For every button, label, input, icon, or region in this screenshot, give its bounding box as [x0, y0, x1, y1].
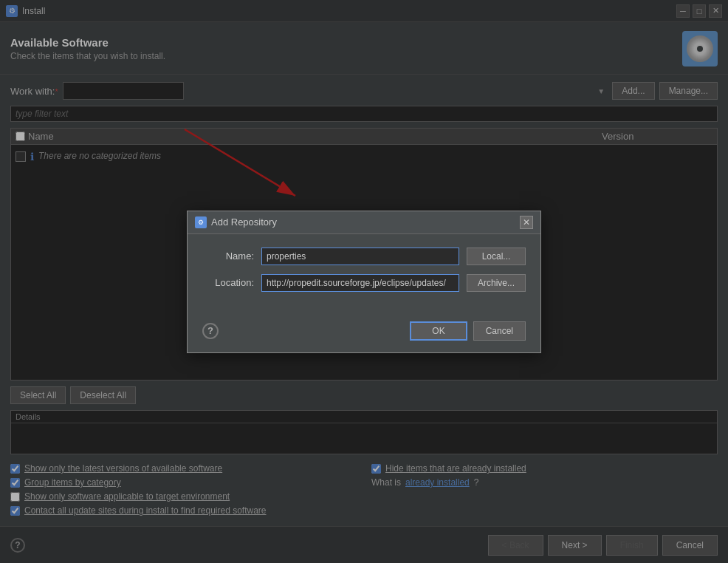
dialog-footer: ? OK Cancel [188, 314, 540, 352]
dialog-location-label: Location: [202, 277, 254, 288]
dialog-footer-buttons: OK Cancel [226, 321, 526, 341]
dialog-help-icon[interactable]: ? [202, 323, 219, 339]
dialog-name-input[interactable] [261, 248, 459, 265]
dialog-location-input[interactable] [261, 274, 459, 292]
dialog-title-text: Add Repository [211, 216, 520, 228]
dialog-ok-button[interactable]: OK [410, 321, 467, 341]
dialog-body: Name: Local... Location: Archive... [188, 234, 540, 314]
dialog-close-button[interactable]: ✕ [520, 216, 533, 229]
modal-overlay: ⚙ Add Repository ✕ Name: Local... Locati… [0, 0, 728, 563]
add-repository-dialog: ⚙ Add Repository ✕ Name: Local... Locati… [187, 211, 541, 353]
dialog-location-row: Location: Archive... [202, 274, 526, 292]
dialog-name-label: Name: [202, 250, 254, 262]
archive-button[interactable]: Archive... [467, 274, 526, 292]
dialog-cancel-button[interactable]: Cancel [473, 321, 526, 341]
dialog-title-icon: ⚙ [195, 216, 207, 228]
dialog-name-row: Name: Local... [202, 248, 526, 265]
dialog-title-bar: ⚙ Add Repository ✕ [188, 211, 540, 234]
local-button[interactable]: Local... [467, 248, 526, 265]
